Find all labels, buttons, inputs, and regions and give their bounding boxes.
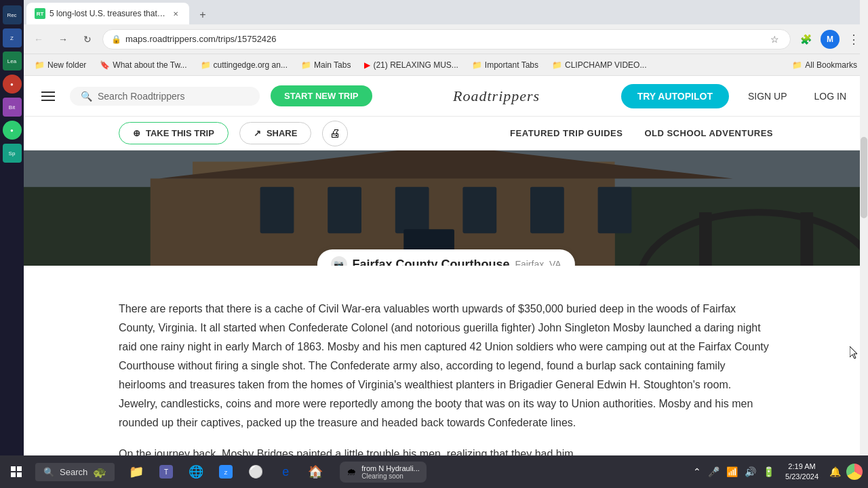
dock-item-6[interactable]: ● — [3, 121, 22, 140]
take-this-trip-btn[interactable]: ⊕ TAKE THIS TRIP — [119, 122, 229, 144]
taskbar-turtle-icon: 🐢 — [93, 466, 106, 479]
autopilot-btn[interactable]: TRY AUTOPILOT — [621, 84, 729, 108]
search-icon: 🔍 — [81, 91, 92, 102]
bookmark-icon: 🔖 — [100, 60, 110, 70]
active-tab[interactable]: RT 5 long-lost U.S. treasures that ... ✕ — [26, 3, 189, 24]
taskbar-teams-btn[interactable]: T — [153, 458, 180, 485]
notification-title: from N Hydrauli... — [361, 464, 420, 472]
folder-icon: 📁 — [35, 60, 45, 70]
scrollbar-thumb[interactable] — [861, 150, 867, 218]
location-badge-icon: 📷 — [330, 256, 347, 266]
notification-bell-icon[interactable]: 🔔 — [827, 464, 844, 480]
bookmark-all[interactable]: 📁 All Bookmarks — [787, 58, 863, 73]
notification-text: from N Hydrauli... Clearing soon — [361, 464, 420, 480]
login-btn[interactable]: LOG IN — [806, 85, 854, 107]
share-icon: ↗ — [254, 128, 261, 138]
featured-guides-link[interactable]: FEATURED TRIP GUIDES — [510, 128, 623, 138]
webpage-content: 🔍 Search Roadtrippers START NEW TRIP Roa… — [24, 76, 868, 455]
bookmarks-bar: 📁 New folder 🔖 What about the Tw... 📁 cu… — [24, 54, 868, 76]
system-tray: ⌃ 🎤 📶 🔊 🔋 2:19 AM 5/23/2024 🔔 — [690, 459, 868, 485]
print-btn[interactable]: 🖨 — [322, 121, 348, 146]
start-new-trip-btn[interactable]: START NEW TRIP — [271, 85, 372, 106]
article-paragraph-1: There are reports that there is a cache … — [119, 300, 773, 432]
taskbar-edge-btn[interactable]: 🌐 — [182, 458, 210, 485]
scrollbar-track[interactable] — [860, 150, 868, 455]
security-icon: 🔒 — [111, 35, 121, 44]
dock-item-5[interactable]: Bit — [3, 98, 22, 117]
taskbar-edge2-btn[interactable]: e — [272, 458, 299, 485]
bookmark-new-folder[interactable]: 📁 New folder — [29, 58, 92, 73]
subnav-right: FEATURED TRIP GUIDES OLD SCHOOL ADVENTUR… — [510, 128, 773, 138]
taskbar-search[interactable]: 🔍 Search 🐢 — [35, 463, 115, 481]
app-dock: Rec Z Lea ● Bit ● Sp — [0, 0, 24, 455]
svg-text:Z: Z — [224, 470, 228, 476]
bookmark-relaxing[interactable]: ▶ (21) RELAXING MUS... — [359, 58, 463, 73]
network-icon[interactable]: 📶 — [724, 464, 741, 480]
svg-rect-17 — [17, 466, 22, 471]
hamburger-menu-btn[interactable] — [37, 85, 59, 107]
dock-item-3[interactable]: Lea — [3, 52, 22, 70]
taskbar-search-icon: 🔍 — [43, 467, 54, 477]
sys-icons: ⌃ 🎤 📶 🔊 🔋 — [690, 464, 777, 480]
taskbar-app-icons: 📁 T 🌐 Z ⚪ e 🏠 — [123, 458, 329, 485]
roadtrippers-subnav: ⊕ TAKE THIS TRIP ↗ SHARE 🖨 FEATURED TRIP… — [24, 117, 868, 150]
bookmark-main-tabs[interactable]: 📁 Main Tabs — [296, 58, 356, 73]
dock-item-2[interactable]: Z — [3, 28, 22, 47]
folder-icon-6: 📁 — [792, 60, 802, 70]
profile-btn[interactable]: M — [821, 30, 840, 49]
location-badge[interactable]: 📷 Fairfax County Courthouse Fairfax, VA — [317, 249, 574, 266]
refresh-btn[interactable]: ↻ — [78, 30, 97, 49]
svg-rect-16 — [11, 466, 16, 471]
hero-svg — [24, 150, 868, 266]
folder-icon-5: 📁 — [552, 60, 562, 70]
color-picker-icon[interactable] — [846, 464, 863, 480]
taskbar-photos-btn[interactable]: 🏠 — [302, 458, 329, 485]
bookmark-what-about[interactable]: 🔖 What about the Tw... — [94, 58, 192, 73]
bookmark-cuttingedge[interactable]: 📁 cuttingedge.org an... — [195, 58, 293, 73]
bookmark-important[interactable]: 📁 Important Tabs — [467, 58, 544, 73]
roadtrippers-logo: Roadtrippers — [383, 87, 610, 105]
windows-taskbar: 🔍 Search 🐢 📁 T 🌐 Z ⚪ e 🏠 🌧 from N Hydrau… — [0, 455, 868, 488]
dock-item-7[interactable]: Sp — [3, 144, 22, 163]
share-btn[interactable]: ↗ SHARE — [239, 122, 312, 144]
new-tab-btn[interactable]: + — [193, 5, 212, 24]
bookmark-clipchamp[interactable]: 📁 CLIPCHAMP VIDEO... — [547, 58, 652, 73]
back-btn[interactable]: ← — [29, 30, 48, 49]
taskbar-zoom-btn[interactable]: Z — [212, 458, 239, 485]
battery-icon[interactable]: 🔋 — [760, 464, 777, 480]
main-content: 📷 Fairfax County Courthouse Fairfax, VA … — [24, 150, 868, 455]
extensions-btn[interactable]: 🧩 — [796, 30, 815, 49]
url-text: maps.roadtrippers.com/trips/15752426 — [125, 34, 764, 44]
url-bar[interactable]: 🔒 maps.roadtrippers.com/trips/15752426 ☆ — [102, 29, 791, 49]
trip-icon: ⊕ — [133, 128, 140, 138]
clock-time: 2:19 AM — [785, 462, 818, 472]
notification-icon: 🌧 — [347, 466, 356, 477]
folder-icon-3: 📁 — [301, 60, 311, 70]
windows-icon — [11, 466, 22, 477]
folder-icon-4: 📁 — [472, 60, 482, 70]
search-bar[interactable]: 🔍 Search Roadtrippers — [70, 87, 260, 106]
microphone-icon[interactable]: 🎤 — [705, 464, 722, 480]
hero-image: 📷 Fairfax County Courthouse Fairfax, VA — [24, 150, 868, 266]
svg-rect-19 — [17, 472, 22, 477]
dock-item-4[interactable]: ● — [3, 75, 22, 94]
hamburger-icon — [41, 92, 55, 101]
notification-subtitle: Clearing soon — [361, 472, 420, 480]
signup-btn[interactable]: SIGN UP — [740, 85, 795, 107]
dock-item-1[interactable]: Rec — [3, 5, 22, 24]
article-body: There are reports that there is a cache … — [24, 266, 868, 455]
start-btn[interactable] — [0, 455, 33, 488]
volume-icon[interactable]: 🔊 — [742, 464, 759, 480]
teams-icon: T — [159, 465, 173, 479]
tab-favicon: RT — [35, 8, 45, 19]
taskbar-files-btn[interactable]: 📁 — [123, 458, 150, 485]
article-paragraph-2: On the journey back, Mosby Bridges paint… — [119, 445, 773, 455]
old-school-link[interactable]: OLD SCHOOL ADVENTURES — [644, 128, 773, 138]
chevron-up-icon[interactable]: ⌃ — [690, 464, 704, 480]
taskbar-clock[interactable]: 2:19 AM 5/23/2024 — [780, 459, 824, 485]
taskbar-chrome-btn[interactable]: ⚪ — [242, 458, 269, 485]
notification-toast[interactable]: 🌧 from N Hydrauli... Clearing soon — [340, 462, 427, 483]
tab-close-btn[interactable]: ✕ — [170, 8, 181, 19]
forward-btn[interactable]: → — [54, 30, 73, 49]
bookmark-star-icon[interactable]: ☆ — [768, 31, 782, 47]
